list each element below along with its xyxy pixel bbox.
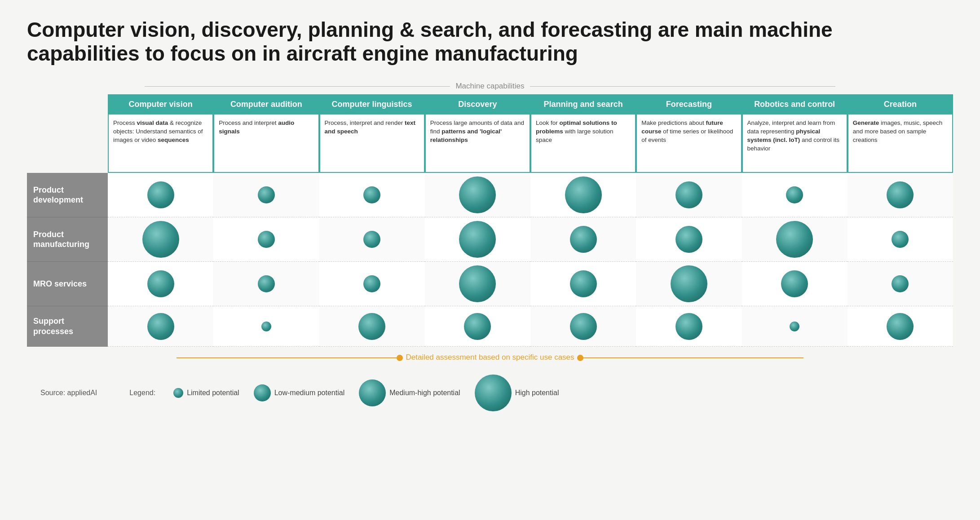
bubble-pd-ps: [565, 176, 602, 213]
assessment-bar: Detailed assessment based on specific us…: [27, 347, 953, 365]
bubble-pd-cl: [363, 186, 380, 203]
col-desc-computer-audition: Process and interpret audio signals: [213, 115, 319, 173]
cell-pm-cv: [108, 217, 213, 262]
cell-pd-cv: [108, 173, 213, 217]
legend-label-low-med: Low-medium potential: [274, 389, 345, 397]
col-desc-discovery: Process large amounts of data and find p…: [425, 115, 530, 173]
col-desc-computer-linguistics: Process, interpret and render text and s…: [319, 115, 425, 173]
cell-pd-di: [425, 173, 530, 217]
bubble-pm-cv: [142, 221, 179, 258]
bubble-pm-ps: [570, 226, 597, 253]
col-header-planning-search: Planning and search: [530, 94, 636, 115]
cell-pm-ca: [213, 217, 319, 262]
cell-sp-fo: [636, 306, 742, 347]
bubble-pm-di: [459, 221, 496, 258]
col-desc-robotics-control: Analyze, interpret and learn from data r…: [742, 115, 848, 173]
cell-pd-ca: [213, 173, 319, 217]
cell-sp-ps: [530, 306, 636, 347]
cell-sp-rc: [742, 306, 848, 347]
cell-pd-cl: [319, 173, 425, 217]
row-label-product-development: Product development: [27, 173, 108, 217]
cell-mro-cl: [319, 262, 425, 306]
page-title: Computer vision, discovery, planning & s…: [27, 18, 880, 66]
cell-mro-ps: [530, 262, 636, 306]
cell-pm-cr: [848, 217, 953, 262]
cell-pm-di: [425, 217, 530, 262]
bubble-mro-ps: [570, 270, 597, 297]
legend-bubble-med-high: [359, 379, 386, 406]
col-header-creation: Creation: [848, 94, 953, 115]
bubble-sp-cv: [147, 313, 174, 340]
bubble-pd-cv: [147, 181, 174, 208]
row-label-mro-services: MRO services: [27, 262, 108, 306]
bubble-pd-rc: [786, 186, 803, 203]
legend-item-high: High potential: [475, 375, 559, 411]
cell-sp-ca: [213, 306, 319, 347]
legend-item-med-high: Medium-high potential: [359, 379, 460, 406]
bubble-sp-ps: [570, 313, 597, 340]
cell-pm-cl: [319, 217, 425, 262]
empty-corner-desc: [27, 115, 108, 173]
bubble-pd-cr: [887, 181, 914, 208]
legend-bubble-high: [475, 375, 512, 411]
bubble-mro-fo: [671, 265, 707, 302]
col-desc-forecasting: Make predictions about future course of …: [636, 115, 742, 173]
row-label-support-processes: Support processes: [27, 306, 108, 347]
legend-bubble-small: [173, 388, 183, 398]
cell-mro-fo: [636, 262, 742, 306]
empty-corner-header: [27, 94, 108, 115]
bubble-mro-cl: [363, 275, 380, 292]
cell-mro-cv: [108, 262, 213, 306]
bubble-sp-rc: [790, 322, 799, 331]
bubble-mro-cr: [892, 275, 909, 292]
bubble-pm-fo: [675, 226, 702, 253]
legend-item-low-med: Low-medium potential: [254, 384, 345, 401]
bubble-pd-di: [459, 176, 496, 213]
legend-label-limited: Limited potential: [187, 389, 239, 397]
col-header-computer-vision: Computer vision: [108, 94, 213, 115]
col-header-computer-audition: Computer audition: [213, 94, 319, 115]
col-header-forecasting: Forecasting: [636, 94, 742, 115]
main-grid: Computer vision Computer audition Comput…: [27, 94, 953, 412]
legend-bubble-low-med: [254, 384, 271, 401]
legend-label: Legend:: [129, 389, 155, 397]
bubble-sp-ca: [261, 322, 271, 331]
bubble-mro-cv: [147, 270, 174, 297]
cell-sp-cr: [848, 306, 953, 347]
bubble-pd-ca: [258, 186, 275, 203]
bubble-sp-fo: [675, 313, 702, 340]
bubble-pm-cl: [363, 231, 380, 248]
cell-pd-fo: [636, 173, 742, 217]
cell-pm-rc: [742, 217, 848, 262]
cell-sp-cv: [108, 306, 213, 347]
col-desc-planning-search: Look for optimal solutions to problems w…: [530, 115, 636, 173]
cell-pm-ps: [530, 217, 636, 262]
legend-row: Source: appliedAI Legend: Limited potent…: [27, 365, 953, 411]
bubble-pm-cr: [892, 231, 909, 248]
bubble-mro-di: [459, 265, 496, 302]
bubble-sp-cr: [887, 313, 914, 340]
legend-label-high: High potential: [515, 389, 559, 397]
bubble-sp-di: [464, 313, 491, 340]
machine-capabilities-label: Machine capabilities: [27, 82, 953, 91]
cell-mro-di: [425, 262, 530, 306]
row-label-product-manufacturing: Product manufacturing: [27, 217, 108, 262]
bubble-pd-fo: [675, 181, 702, 208]
cell-mro-ca: [213, 262, 319, 306]
col-header-robotics-control: Robotics and control: [742, 94, 848, 115]
bubble-sp-cl: [358, 313, 385, 340]
assessment-bar-text: Detailed assessment based on specific us…: [406, 353, 574, 362]
cell-pm-fo: [636, 217, 742, 262]
legend-label-med-high: Medium-high potential: [389, 389, 460, 397]
cell-pd-rc: [742, 173, 848, 217]
cell-pd-cr: [848, 173, 953, 217]
legend-source: Source: appliedAI: [40, 389, 97, 397]
col-desc-creation: Generate images, music, speech and more …: [848, 115, 953, 173]
bubble-mro-ca: [258, 275, 275, 292]
col-header-computer-linguistics: Computer linguistics: [319, 94, 425, 115]
bubble-pm-rc: [776, 221, 813, 258]
bubble-mro-rc: [781, 270, 808, 297]
col-desc-computer-vision: Process visual data & recognize objects:…: [108, 115, 213, 173]
cell-sp-cl: [319, 306, 425, 347]
cell-pd-ps: [530, 173, 636, 217]
